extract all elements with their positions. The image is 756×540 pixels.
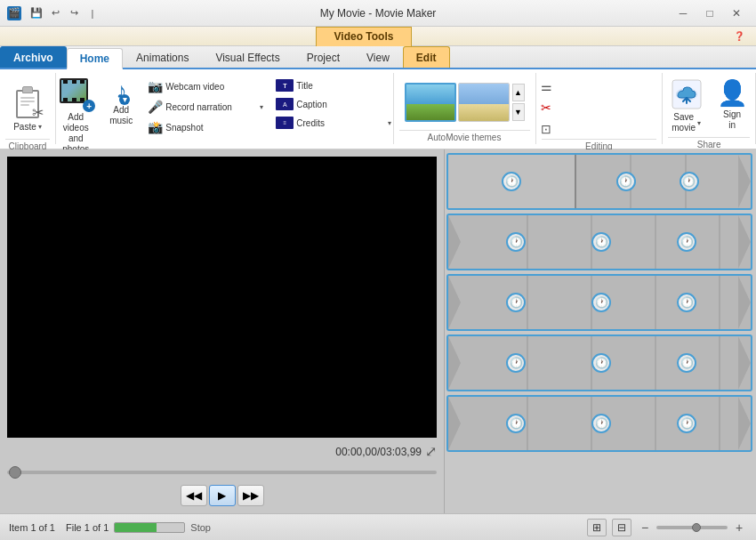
add-music-label: Addmusic xyxy=(109,105,133,126)
webcam-icon: 📷 xyxy=(148,79,163,93)
caption-label: Caption xyxy=(296,100,326,109)
play-button[interactable]: ▶ xyxy=(209,485,236,506)
add-content: + Add videosand photos ♪ ▾ Addmusic 📷 We… xyxy=(52,73,396,158)
sign-in-label: Signin xyxy=(723,109,741,131)
split-icon: ⚌ xyxy=(541,79,552,93)
tab-home[interactable]: Home xyxy=(67,48,123,69)
progress-bar-fill xyxy=(115,523,157,532)
strip-cells-4: 🕐 🕐 🕐 xyxy=(464,336,738,390)
credits-label: Credits xyxy=(296,118,325,128)
add-videos-label: Add videosand photos xyxy=(58,112,93,155)
strip-cells-5: 🕐 🕐 🕐 xyxy=(464,397,738,450)
clipboard-content: ✂ Paste ▾ xyxy=(5,73,50,139)
undo-btn[interactable]: ↩ xyxy=(47,5,63,21)
tab-visual-effects[interactable]: Visual Effects xyxy=(202,46,293,68)
timecode-area: 00:00,00/03:03,99 ⤢ xyxy=(7,443,437,460)
playback-controls: ◀◀ ▶ ▶▶ xyxy=(7,485,437,506)
seek-bar[interactable] xyxy=(7,465,437,480)
zoom-in-btn[interactable]: + xyxy=(731,520,747,536)
ribbon-tabs: Archivo Home Animations Visual Effects P… xyxy=(0,46,756,69)
minimize-btn[interactable]: ─ xyxy=(671,4,696,22)
split-button[interactable]: ⚌ xyxy=(536,77,661,96)
tab-project[interactable]: Project xyxy=(294,46,353,68)
film-strip-5[interactable]: 🕐 🕐 🕐 xyxy=(446,395,752,452)
stop-label[interactable]: Stop xyxy=(190,522,211,533)
tab-animations[interactable]: Animations xyxy=(123,46,202,68)
zoom-out-btn[interactable]: − xyxy=(637,520,653,536)
caption-button[interactable]: A Caption xyxy=(271,95,396,113)
help-btn[interactable]: ❓ xyxy=(729,28,749,44)
tab-edit[interactable]: Edit xyxy=(403,46,450,68)
strip-arrow-3 xyxy=(738,276,751,329)
preview-video xyxy=(7,157,437,438)
film-strip-2[interactable]: 🕐 🕐 🕐 xyxy=(446,214,752,270)
strip-arrow-left-3 xyxy=(448,276,461,329)
editing-content: ⚌ ✂ ⊡ xyxy=(536,73,661,139)
add-music-button[interactable]: ♪ ▾ Addmusic xyxy=(102,75,140,130)
app-icon: 🎬 xyxy=(7,6,21,20)
paste-button[interactable]: ✂ Paste ▾ xyxy=(5,75,50,139)
window-controls: ─ □ ✕ xyxy=(671,4,749,22)
narration-dropdown-icon: ▾ xyxy=(260,103,263,111)
close-btn[interactable]: ✕ xyxy=(724,4,749,22)
clock-icon-3c: 🕐 xyxy=(677,293,696,312)
title-button[interactable]: T Title xyxy=(271,77,396,94)
theme-2-thumb[interactable] xyxy=(458,83,510,122)
sign-in-button[interactable]: 👤 Signin xyxy=(712,75,753,134)
maximize-btn[interactable]: □ xyxy=(697,4,722,22)
film-strip-4[interactable]: 🕐 🕐 🕐 xyxy=(446,334,752,391)
strip-middle-1: 🕐 🕐 xyxy=(576,155,738,208)
timeline-view-btn[interactable]: ⊟ xyxy=(612,519,631,536)
fastforward-button[interactable]: ▶▶ xyxy=(237,485,264,506)
strip-cells-2: 🕐 🕐 🕐 xyxy=(464,215,738,269)
storyboard-view-btn[interactable]: ⊞ xyxy=(587,519,607,536)
video-tools-bar: Video Tools ❓ xyxy=(0,27,756,46)
tab-view[interactable]: View xyxy=(353,46,403,68)
add-group: + Add videosand photos ♪ ▾ Addmusic 📷 We… xyxy=(56,73,394,144)
save-quick-btn[interactable]: 💾 xyxy=(28,5,44,21)
clock-icon-5a: 🕐 xyxy=(506,414,526,433)
snapshot-button[interactable]: 📸 Snapshot xyxy=(143,117,268,137)
seek-thumb[interactable] xyxy=(9,466,21,479)
theme-1-thumb[interactable] xyxy=(405,83,456,122)
theme-thumbnails xyxy=(405,83,510,122)
ribbon: ✂ Paste ▾ Clipboard xyxy=(0,69,756,149)
video-tools-tab[interactable]: Video Tools xyxy=(316,27,413,46)
redo-btn[interactable]: ↪ xyxy=(66,5,82,21)
scroll-up-btn[interactable]: ▲ xyxy=(512,84,525,101)
person-icon: 👤 xyxy=(717,78,748,108)
music-icon: ♪ ▾ xyxy=(116,78,126,103)
credits-button[interactable]: ≡ Credits ▾ xyxy=(271,114,396,132)
scroll-down-btn[interactable]: ▼ xyxy=(512,103,525,121)
save-movie-button[interactable]: Savemovie ▾ xyxy=(665,75,708,137)
automovie-content: ▲ ▼ xyxy=(405,73,525,130)
expand-btn[interactable]: ⤢ xyxy=(425,443,437,460)
rewind-button[interactable]: ◀◀ xyxy=(181,485,207,506)
cut-button[interactable]: ✂ xyxy=(536,98,661,117)
film-strip-1[interactable]: 🕐 🕐 🕐 xyxy=(446,153,752,210)
status-right: ⊞ ⊟ − + xyxy=(587,519,747,536)
clock-icon-2a: 🕐 xyxy=(506,232,526,252)
zoom-thumb[interactable] xyxy=(692,523,701,532)
file-info: File 1 of 1 xyxy=(66,522,109,533)
share-group: Savemovie ▾ 👤 Signin Share xyxy=(663,73,756,144)
add-videos-button[interactable]: + Add videosand photos xyxy=(52,75,99,158)
add-column: 📷 Webcam video 🎤 Record narration ▾ 📸 Sn… xyxy=(143,75,268,137)
webcam-button[interactable]: 📷 Webcam video xyxy=(143,77,268,96)
timecode-display: 00:00,00/03:03,99 xyxy=(335,446,422,458)
record-narration-button[interactable]: 🎤 Record narration ▾ xyxy=(143,97,268,117)
film-strip-3[interactable]: 🕐 🕐 🕐 xyxy=(446,274,752,331)
item-info: Item 1 of 1 xyxy=(9,522,55,533)
clock-icon-1a: 🕐 xyxy=(502,172,521,191)
snapshot-label: Snapshot xyxy=(165,123,203,133)
trim-button[interactable]: ⊡ xyxy=(536,119,661,139)
tab-archivo[interactable]: Archivo xyxy=(0,46,67,68)
title-bar: 🎬 💾 ↩ ↪ | My Movie - Movie Maker ─ □ ✕ xyxy=(0,0,756,27)
film-icon: + xyxy=(60,78,92,110)
progress-bar-container xyxy=(114,522,185,533)
strip-arrow-2 xyxy=(738,215,751,269)
storyboard-scroll[interactable]: 🕐 🕐 🕐 🕐 🕐 🕐 xyxy=(445,149,756,513)
credits-dropdown-icon: ▾ xyxy=(388,119,391,127)
title-bar-left: 🎬 💾 ↩ ↪ | xyxy=(7,5,101,21)
strip-arrow-left-2 xyxy=(448,215,461,269)
